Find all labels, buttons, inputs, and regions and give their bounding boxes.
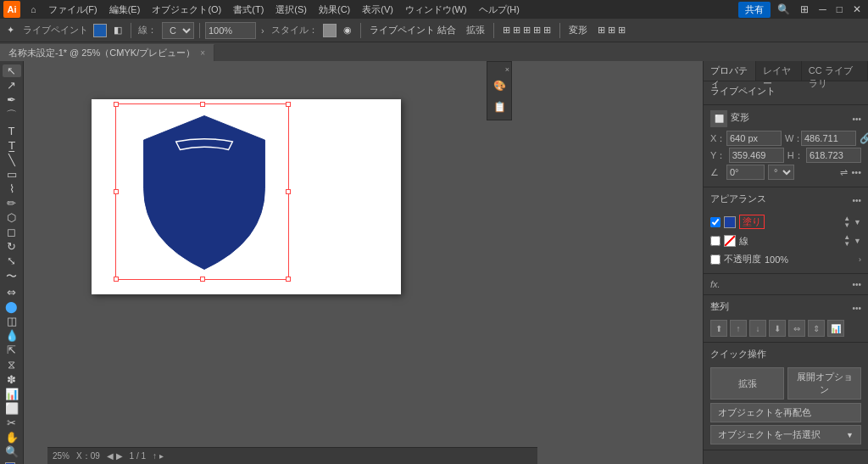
angle-input[interactable] xyxy=(726,165,765,180)
toolbar-style-swatch[interactable] xyxy=(323,24,337,37)
fill-checkbox[interactable] xyxy=(710,217,721,227)
recolor-btn[interactable]: オブジェクトを再配色 xyxy=(710,403,861,422)
tool-blend[interactable]: ⧖ xyxy=(3,358,21,372)
opacity-dropdown-arrow[interactable]: › xyxy=(859,255,861,264)
menu-view[interactable]: 表示(V) xyxy=(357,2,398,18)
fill-swatch[interactable] xyxy=(724,216,736,228)
document-tab[interactable]: 名称未設定-1* @ 25%（CMYK/プレビュー） × xyxy=(0,44,214,61)
arrange-h-btn[interactable]: ⇔ xyxy=(788,320,805,337)
expand-btn[interactable]: 拡張 xyxy=(710,367,784,400)
maximize-icon[interactable]: □ xyxy=(833,2,846,17)
tool-line[interactable]: ╲ xyxy=(3,154,21,166)
tool-paintbrush[interactable]: ⌇ xyxy=(3,182,21,195)
stroke-dropdown-arrow[interactable]: ▼ xyxy=(854,237,861,245)
lock-icon[interactable]: 🔗 xyxy=(860,132,868,144)
tool-scale[interactable]: ⤡ xyxy=(3,254,21,267)
fill-arrows[interactable]: ▲ ▼ xyxy=(843,215,850,229)
x-input[interactable] xyxy=(726,131,782,146)
tool-select[interactable]: ↖ xyxy=(3,64,21,77)
appearance-title: アピアランス xyxy=(710,193,766,205)
toolbar-gradient-icon[interactable]: ◧ xyxy=(110,23,125,37)
fx-label[interactable]: fx. xyxy=(710,279,721,289)
y-label: Y： xyxy=(710,149,726,162)
arrange-v-btn[interactable]: ⇕ xyxy=(808,320,825,337)
tool-eraser[interactable]: ◻ xyxy=(3,226,21,238)
angle-dropdown[interactable]: ° xyxy=(768,165,794,180)
tool-shaper[interactable]: ⬡ xyxy=(3,211,21,224)
appearance-more[interactable]: ••• xyxy=(852,196,861,205)
menu-window[interactable]: ウィンドウ(W) xyxy=(400,2,472,18)
arrange-forward-btn[interactable]: ↑ xyxy=(730,320,747,337)
transform-constrain[interactable]: ⇌ xyxy=(840,167,848,178)
tool-direct-select[interactable]: ↗ xyxy=(3,79,21,92)
main-layout: ↖ ↗ ✒ ⌒ T T̲ ╲ ▭ ⌇ ✏ ⬡ ◻ ↻ ⤡ 〜 ⇔ ⬤ ◫ 💧 ⇱… xyxy=(0,61,868,464)
stroke-arrows[interactable]: ▲ ▼ xyxy=(843,234,850,248)
tool-rect[interactable]: ▭ xyxy=(3,168,21,181)
fx-more[interactable]: ••• xyxy=(852,280,861,289)
tool-touch-type[interactable]: T̲ xyxy=(3,139,21,152)
opacity-checkbox[interactable] xyxy=(710,254,721,265)
tab-cc-libraries[interactable]: CC ライブラリ xyxy=(802,61,868,81)
float-panel-icon-2[interactable]: 📋 xyxy=(490,98,509,116)
menu-edit[interactable]: 編集(E) xyxy=(104,2,146,18)
stroke-checkbox[interactable] xyxy=(710,236,721,246)
arrange-backward-btn[interactable]: ↓ xyxy=(749,320,766,337)
menu-text[interactable]: 書式(T) xyxy=(228,2,269,18)
tool-width[interactable]: ⇔ xyxy=(3,286,21,299)
status-nav: ◀ ▶ xyxy=(107,451,123,461)
tool-measure[interactable]: ⇱ xyxy=(3,344,21,356)
toolbar-stroke-select[interactable]: C xyxy=(162,22,194,39)
minimize-icon[interactable]: ─ xyxy=(815,2,830,17)
search-icon[interactable]: 🔍 xyxy=(774,2,793,17)
menu-home[interactable]: ⌂ xyxy=(25,3,42,16)
tool-slice[interactable]: ✂ xyxy=(3,416,21,429)
arrange-front-btn[interactable]: ⬆ xyxy=(710,320,727,337)
tool-eyedrop[interactable]: 💧 xyxy=(3,329,21,342)
share-button[interactable]: 共有 xyxy=(738,2,771,18)
select-all-btn[interactable]: オブジェクトを一括選択 ▼ xyxy=(710,425,861,444)
tool-zoom[interactable]: 🔍 xyxy=(3,445,21,458)
arrange-more[interactable]: ••• xyxy=(852,304,861,313)
tool-pen[interactable]: ✒ xyxy=(3,93,21,106)
tool-rotate[interactable]: ↻ xyxy=(3,240,21,253)
w-input[interactable] xyxy=(801,131,856,146)
toolbar-opacity-input[interactable] xyxy=(205,22,256,39)
menu-effect[interactable]: 効果(C) xyxy=(314,2,355,18)
menu-help[interactable]: ヘルプ(H) xyxy=(474,2,525,18)
fill-dropdown-arrow[interactable]: ▼ xyxy=(854,218,861,226)
tab-properties[interactable]: プロパティ xyxy=(704,61,756,81)
float-panel-icon-1[interactable]: 🎨 xyxy=(490,76,509,95)
toolbar-style-icon[interactable]: ◉ xyxy=(340,23,355,37)
arrange-chart-btn[interactable]: 📊 xyxy=(827,320,844,337)
transform-more[interactable]: ••• xyxy=(852,115,861,124)
tab-layers[interactable]: レイヤー xyxy=(756,61,801,81)
toolbar-fill-swatch[interactable] xyxy=(93,24,107,37)
tool-livepaint[interactable]: ⬤ xyxy=(3,300,21,313)
status-zoom: 25% xyxy=(53,451,70,461)
transform-more-icon[interactable]: ••• xyxy=(851,167,861,177)
canvas-area[interactable]: × 🎨 📋 25% X：09 ◀ ▶ 1 / 1 ↑ ▸ xyxy=(24,61,703,464)
tool-gradient[interactable]: ◫ xyxy=(3,315,21,327)
float-panel-close-btn[interactable]: × xyxy=(505,65,511,74)
stroke-swatch[interactable] xyxy=(724,235,736,247)
menu-select[interactable]: 選択(S) xyxy=(270,2,312,18)
expand-option-btn[interactable]: 展開オプション xyxy=(787,367,861,400)
close-icon[interactable]: ✕ xyxy=(849,2,865,17)
tool-symbol[interactable]: ✽ xyxy=(3,373,21,386)
tool-artboard[interactable]: ⬜ xyxy=(3,402,21,415)
toolbar-tool-icon[interactable]: ✦ xyxy=(3,23,18,37)
y-input[interactable] xyxy=(729,148,784,163)
grid-icon[interactable]: ⊞ xyxy=(797,2,812,17)
tool-warp[interactable]: 〜 xyxy=(3,269,21,284)
toolbar-expand-btn[interactable]: 拡張 xyxy=(463,22,488,38)
menu-object[interactable]: オブジェクト(O) xyxy=(147,2,226,18)
h-input[interactable] xyxy=(806,148,861,163)
tool-type[interactable]: T xyxy=(3,125,21,137)
tool-pencil[interactable]: ✏ xyxy=(3,197,21,210)
tab-close-btn[interactable]: × xyxy=(200,48,205,58)
tool-curvature[interactable]: ⌒ xyxy=(3,108,21,123)
menu-file[interactable]: ファイル(F) xyxy=(43,2,103,18)
tool-hand[interactable]: ✋ xyxy=(3,431,21,444)
arrange-back-btn[interactable]: ⬇ xyxy=(769,320,786,337)
tool-column-graph[interactable]: 📊 xyxy=(3,388,21,400)
